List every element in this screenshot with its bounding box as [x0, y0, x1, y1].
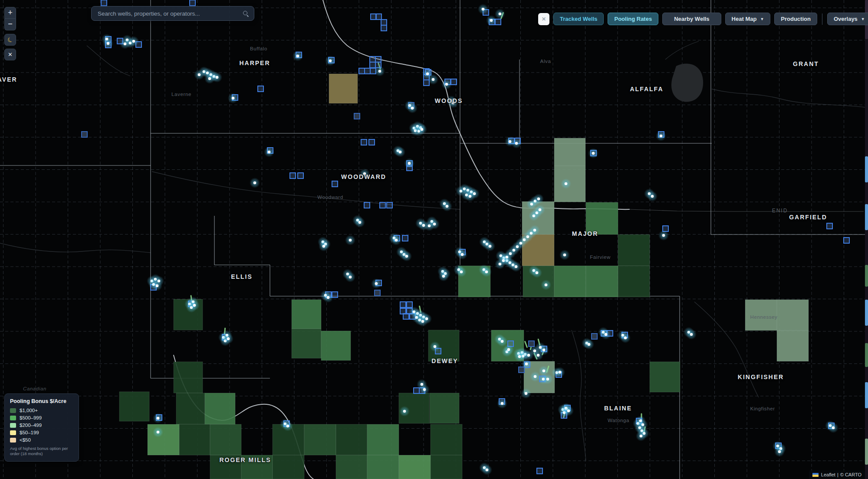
section-marker[interactable]: [364, 202, 370, 208]
pooling-heat-cell[interactable]: [777, 300, 809, 330]
well-marker[interactable]: [509, 140, 512, 143]
section-marker[interactable]: [375, 56, 381, 62]
section-marker[interactable]: [190, 0, 195, 6]
well-marker[interactable]: [485, 271, 488, 274]
zoom-out-button[interactable]: −: [4, 19, 16, 30]
section-marker[interactable]: [361, 139, 367, 145]
section-marker[interactable]: [400, 302, 406, 307]
well-marker[interactable]: [327, 296, 330, 299]
pooling-heat-cell[interactable]: [273, 455, 304, 479]
well-marker[interactable]: [421, 320, 424, 323]
toolbar-button-production[interactable]: Production: [774, 13, 817, 25]
section-marker[interactable]: [375, 290, 380, 296]
pooling-heat-cell[interactable]: [205, 393, 235, 424]
well-marker[interactable]: [157, 431, 160, 434]
section-marker[interactable]: [365, 68, 370, 74]
search-icon[interactable]: [243, 10, 249, 17]
map[interactable]: BEAVERHARPERWOODSALFALFAGRANTWOODWARDMAJ…: [0, 0, 865, 479]
section-marker[interactable]: [592, 334, 597, 339]
well-marker[interactable]: [563, 254, 566, 257]
section-marker[interactable]: [403, 314, 409, 319]
well-marker[interactable]: [778, 450, 781, 453]
well-marker[interactable]: [545, 284, 548, 287]
pooling-heat-cell[interactable]: [618, 235, 650, 266]
carto-link[interactable]: © CARTO: [840, 472, 861, 477]
well-marker[interactable]: [537, 354, 540, 357]
well-marker[interactable]: [232, 97, 235, 100]
section-marker[interactable]: [376, 14, 381, 20]
well-marker[interactable]: [421, 128, 424, 131]
toolbar-close-button[interactable]: ✕: [538, 13, 549, 25]
section-marker[interactable]: [101, 0, 107, 6]
toolbar-button-heat-map[interactable]: Heat Map▼: [725, 13, 771, 25]
pooling-heat-cell[interactable]: [321, 331, 351, 360]
pooling-heat-cell[interactable]: [586, 266, 618, 297]
well-marker[interactable]: [375, 282, 378, 285]
well-marker[interactable]: [403, 410, 406, 413]
well-marker[interactable]: [442, 275, 445, 278]
pooling-heat-cell[interactable]: [586, 202, 618, 235]
pooling-heat-cell[interactable]: [176, 393, 205, 424]
well-marker[interactable]: [501, 340, 504, 343]
section-marker[interactable]: [844, 238, 849, 243]
section-marker[interactable]: [298, 173, 303, 178]
well-marker[interactable]: [507, 348, 510, 351]
well-marker[interactable]: [489, 245, 492, 248]
well-marker[interactable]: [559, 371, 562, 374]
section-marker[interactable]: [381, 25, 387, 31]
toolbar-button-pooling-rates[interactable]: Pooling Rates: [608, 13, 658, 25]
well-marker[interactable]: [588, 343, 591, 346]
section-marker[interactable]: [370, 62, 375, 68]
toolbar-button-nearby-wells[interactable]: Nearby Wells: [662, 13, 721, 25]
well-marker[interactable]: [469, 195, 472, 198]
pooling-heat-cell[interactable]: [148, 424, 179, 455]
pooling-heat-cell[interactable]: [174, 362, 203, 393]
well-marker[interactable]: [515, 265, 518, 268]
well-marker[interactable]: [445, 83, 448, 86]
well-marker[interactable]: [482, 8, 485, 11]
pooling-heat-cell[interactable]: [336, 455, 367, 479]
well-marker[interactable]: [399, 151, 402, 154]
section-marker[interactable]: [359, 68, 365, 74]
dark-mode-toggle[interactable]: ☾: [4, 34, 16, 46]
search-bar[interactable]: [91, 6, 254, 21]
section-marker[interactable]: [529, 341, 534, 347]
section-marker[interactable]: [402, 235, 408, 241]
well-marker[interactable]: [525, 363, 528, 366]
well-marker[interactable]: [536, 271, 539, 274]
section-marker[interactable]: [290, 173, 296, 178]
well-marker[interactable]: [518, 355, 521, 358]
section-marker[interactable]: [827, 223, 832, 229]
well-marker[interactable]: [660, 135, 663, 138]
well-marker[interactable]: [605, 333, 608, 336]
well-marker[interactable]: [525, 392, 528, 395]
section-marker[interactable]: [354, 113, 360, 119]
well-marker[interactable]: [434, 345, 437, 348]
well-marker[interactable]: [107, 42, 110, 45]
well-marker[interactable]: [432, 78, 435, 81]
pooling-heat-cell[interactable]: [554, 266, 586, 297]
well-marker[interactable]: [501, 402, 504, 405]
well-marker[interactable]: [690, 333, 693, 336]
well-marker[interactable]: [651, 195, 654, 198]
well-marker[interactable]: [378, 70, 381, 73]
pooling-heat-cell[interactable]: [367, 424, 399, 455]
pooling-heat-cell[interactable]: [777, 330, 809, 361]
well-marker[interactable]: [534, 375, 537, 378]
well-marker[interactable]: [358, 221, 362, 224]
well-marker[interactable]: [124, 43, 127, 46]
zoom-in-button[interactable]: +: [4, 7, 16, 19]
well-marker[interactable]: [329, 59, 332, 63]
well-marker[interactable]: [157, 417, 160, 420]
section-marker[interactable]: [380, 202, 385, 208]
well-marker[interactable]: [460, 271, 463, 274]
section-marker[interactable]: [258, 86, 263, 92]
well-marker[interactable]: [446, 205, 449, 208]
pooling-heat-cell[interactable]: [119, 392, 149, 421]
section-marker[interactable]: [332, 181, 338, 187]
pooling-heat-cell[interactable]: [210, 424, 241, 455]
close-controls-button[interactable]: ✕: [4, 49, 16, 60]
leaflet-link[interactable]: Leaflet: [821, 472, 835, 477]
well-marker[interactable]: [268, 151, 271, 154]
pooling-heat-cell[interactable]: [292, 329, 321, 358]
